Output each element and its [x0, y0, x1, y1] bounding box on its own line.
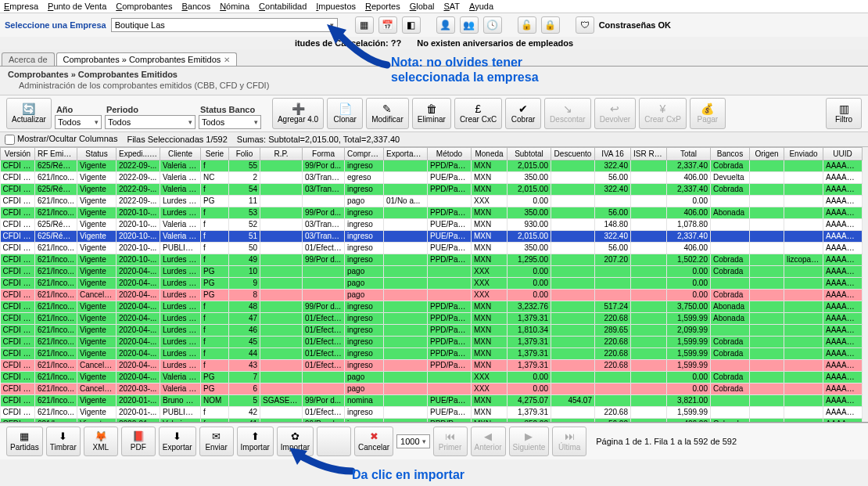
menu-sat[interactable]: SAT [443, 2, 460, 11]
action-toolbar: 🔄ActualizarAñoTodosPeriodoTodosStatus Ba… [0, 95, 868, 132]
clock-icon[interactable]: 🕓 [483, 16, 502, 34]
company-select[interactable]: Boutique Las [111, 18, 338, 32]
menu-reportes[interactable]: Reportes [365, 2, 400, 11]
menu-punto-de-venta[interactable]: Punto de Venta [48, 2, 106, 11]
col-forma[interactable]: Forma [303, 147, 345, 160]
lock-closed-icon[interactable]: 🔒 [541, 16, 560, 34]
menu-ayuda[interactable]: Ayuda [469, 2, 493, 11]
company-bar: Seleccione una Empresa Boutique Las ▦ 📅 … [0, 13, 868, 37]
table-row[interactable]: CFDI 3.3621/Inco...Vigente2020-01-...Bru… [1, 394, 863, 406]
users-icon[interactable]: 👥 [460, 16, 479, 34]
modificar-button[interactable]: ✎Modificar [366, 98, 409, 129]
menu-empresa[interactable]: Empresa [4, 2, 38, 11]
importar1-button[interactable]: ⬆Importar [237, 427, 274, 456]
filter-status-banco[interactable]: Todos [199, 115, 261, 129]
data-grid[interactable]: VersiónRF EmisorStatusExpedi... ▲Cliente… [0, 147, 868, 423]
table-row[interactable]: CFDI 3.3621/Inco...Vigente2020-10-...PUB… [1, 242, 863, 254]
menu-global[interactable]: Global [410, 2, 435, 11]
col-serie[interactable]: Serie [201, 147, 229, 160]
table-row[interactable]: CFDI 3.3625/Régi...Vigente2022-09-...Val… [1, 160, 863, 171]
lock-open-icon[interactable]: 🔓 [518, 16, 536, 34]
table-row[interactable]: CFDI 3.3621/Inco...Vigente2020-04-...Lur… [1, 347, 863, 359]
table-row[interactable]: CFDI 3.3621/Inco...Cancelado2020-04-...L… [1, 359, 863, 371]
col-subtotal[interactable]: Subtotal [508, 147, 551, 160]
ultima-button: ⏭Última [552, 427, 586, 456]
col-env[interactable]: Enviado [784, 147, 823, 160]
menu-comprobantes[interactable]: Comprobantes [116, 2, 172, 11]
table-row[interactable]: CFDI 3.3621/Inco...Vigente2020-04-...Lur… [1, 301, 863, 312]
anniversary-label: No existen aniversarios de empleados [417, 38, 573, 48]
filtro-button[interactable]: ▥Filtro [826, 98, 862, 129]
table-row[interactable]: CFDI 3.3621/Inco...Vigente2022-09-...Val… [1, 171, 863, 183]
clonar-button[interactable]: 📄Clonar [327, 98, 363, 129]
tab-close-icon[interactable]: ✕ [224, 56, 230, 64]
actualizar-button[interactable]: 🔄Actualizar [6, 98, 52, 129]
tab-acerca-de[interactable]: Acerca de [2, 52, 55, 66]
table-row[interactable]: CFDI 3.3625/Régi...Vigente2022-09-...Val… [1, 183, 863, 195]
cobrar-button[interactable]: ✔Cobrar [505, 98, 541, 129]
partidas-button[interactable]: ▦Partidas [6, 427, 43, 456]
col-total[interactable]: Total [667, 147, 711, 160]
annotation-note-bottom: Da clic en importar [352, 468, 464, 482]
col-rfe[interactable]: RF Emisor [35, 147, 77, 160]
table-row[interactable]: CFDI 3.3621/Inco...Vigente2020-04-...Lur… [1, 336, 863, 347]
app-icon[interactable]: ◧ [402, 16, 421, 34]
table-row[interactable]: CFDI 3.3625/Régi...Vigente2020-10-...Val… [1, 230, 863, 242]
menu-bar: EmpresaPunto de VentaComprobantesBancosN… [0, 0, 868, 13]
table-row[interactable]: CFDI 3.3621/Inco...Vigente2020-04-...Val… [1, 371, 863, 383]
col-exped[interactable]: Expedi... ▲ [117, 147, 160, 160]
filter-periodo[interactable]: Todos [105, 115, 195, 129]
pagar-button: 💰Pagar [690, 98, 726, 129]
col-uuid[interactable]: UUID [823, 147, 863, 160]
table-row[interactable]: CFDI 3.3621/Inco...Cancelado2020-04-...L… [1, 289, 863, 301]
crear-cxc-button[interactable]: £Crear CxC [454, 98, 502, 129]
filter-año[interactable]: Todos [55, 115, 102, 129]
table-row[interactable]: CFDI 3.3621/Inco...Vigente2020-01-...PUB… [1, 406, 863, 418]
page-size-select[interactable]: 1000 [396, 434, 429, 448]
col-folio[interactable]: Folio [229, 147, 260, 160]
eliminar-button[interactable]: 🗑Eliminar [412, 98, 451, 129]
menu-impuestos[interactable]: Impuestos [316, 2, 356, 11]
col-origen[interactable]: Origen [750, 147, 784, 160]
shield-icon[interactable]: 🛡 [576, 16, 594, 34]
annotation-arrow-bottom [288, 448, 358, 476]
company-select-label: Seleccione una Empresa [5, 20, 106, 30]
user-icon[interactable]: 👤 [436, 16, 455, 34]
table-row[interactable]: CFDI 3.3621/Inco...Vigente2020-04-...Lur… [1, 277, 863, 289]
col-iva[interactable]: IVA 16 [595, 147, 631, 160]
table-row[interactable]: CFDI 3.3621/Inco...Vigente2020-04-...Lur… [1, 312, 863, 324]
menu-contabilidad[interactable]: Contabilidad [259, 2, 307, 11]
xml-button[interactable]: 🦊XML [84, 427, 118, 456]
table-row[interactable]: CFDI 3.3621/Inco...Vigente2020-04-...Lur… [1, 265, 863, 277]
col-compro[interactable]: Compro... [345, 147, 384, 160]
table-row[interactable]: CFDI 3.3625/Régi...Vigente2020-10-...Val… [1, 218, 863, 230]
exportar-button[interactable]: ⬇Exportar [159, 427, 196, 456]
col-rp[interactable]: R.P. [260, 147, 303, 160]
cancelar-button[interactable]: ✖Cancelar [354, 427, 393, 456]
show-hide-columns-checkbox[interactable]: Mostrar/Ocultar Columnas [5, 134, 117, 145]
table-row[interactable]: CFDI 3.3621/Inco...Cancelado2020-03-...V… [1, 383, 863, 394]
col-isr[interactable]: ISR RET [631, 147, 667, 160]
col-bancos[interactable]: Bancos [711, 147, 750, 160]
col-moneda[interactable]: Moneda [472, 147, 508, 160]
table-row[interactable]: CFDI 3.3621/Inco...Vigente2020-10-...Lur… [1, 254, 863, 265]
menu-bancos[interactable]: Bancos [181, 2, 210, 11]
col-status[interactable]: Status [77, 147, 117, 160]
timbrar-button[interactable]: ⬇Timbrar [46, 427, 81, 456]
col-desc[interactable]: Descuento [551, 147, 595, 160]
col-ver[interactable]: Versión [1, 147, 35, 160]
menu-nómina[interactable]: Nómina [220, 2, 249, 11]
table-row[interactable]: CFDI 3.3621/Inco...Vigente2020-04-...Lur… [1, 324, 863, 336]
table-row[interactable]: CFDI 4.0621/Inco...Vigente2022-09-...Lur… [1, 195, 863, 207]
col-cliente[interactable]: Cliente [160, 147, 201, 160]
tab-comprobantes-comprobantes-emitidos[interactable]: Comprobantes » Comprobantes Emitidos✕ [56, 52, 238, 66]
paging-text: Página 1 de 1. Fila 1 a la 592 de 592 [596, 437, 737, 446]
crear-cxp-button: ¥Crear CxP [639, 98, 687, 129]
agregar-button[interactable]: ➕Agregar 4.0 [272, 98, 324, 129]
col-export[interactable]: Exportaci... [384, 147, 428, 160]
pdf-button[interactable]: 📕PDF [121, 427, 156, 456]
col-metodo[interactable]: Método [428, 147, 472, 160]
descontar-button: ↘Descontar [544, 98, 591, 129]
table-row[interactable]: CFDI 3.3621/Inco...Vigente2020-10-...Lur… [1, 207, 863, 218]
enviar-button[interactable]: ✉Enviar [199, 427, 234, 456]
